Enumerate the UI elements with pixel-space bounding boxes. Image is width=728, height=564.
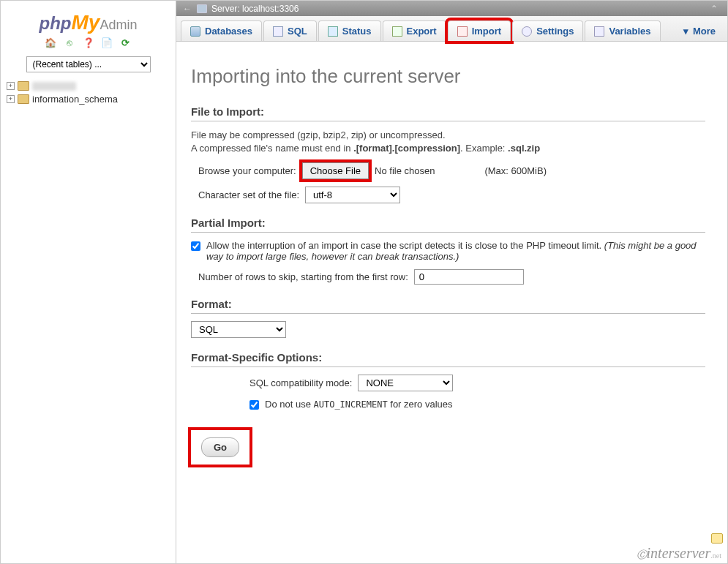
rows-skip-input[interactable]	[414, 269, 524, 285]
tab-label: Settings	[536, 26, 574, 37]
expand-icon[interactable]: +	[7, 95, 15, 103]
server-bar: ← Server: localhost:3306 ⌃	[176, 1, 727, 16]
compat-row: SQL compatibility mode: NONE	[249, 375, 705, 391]
browse-row: Browse your computer: Choose File No fil…	[191, 162, 705, 179]
charset-label: Character set of the file:	[198, 189, 299, 200]
logo-part-admin: Admin	[100, 18, 137, 32]
go-button[interactable]: Go	[201, 437, 239, 457]
tab-label: More	[693, 26, 716, 37]
logo-part-my: My	[72, 11, 100, 34]
import-icon	[457, 26, 468, 37]
database-label-hidden	[32, 82, 76, 91]
hint-bold: .[format].[compression]	[353, 143, 460, 154]
bottom-notes-icon[interactable]	[711, 533, 723, 546]
tab-label: Status	[342, 26, 372, 37]
database-icon	[18, 81, 29, 91]
status-icon	[328, 26, 338, 37]
noauto-label: Do not use AUTO_INCREMENT for zero value…	[265, 399, 453, 410]
section-file-to-import: File to Import:	[191, 105, 705, 121]
tab-label: Import	[472, 26, 501, 37]
tab-label: Databases	[205, 26, 252, 37]
server-icon	[197, 4, 207, 13]
format-select[interactable]: SQL	[191, 321, 286, 338]
watermark: Ⓒinterserver.net	[637, 545, 721, 562]
file-hint: File may be compressed (gzip, bzip2, zip…	[191, 129, 705, 155]
section-format: Format:	[191, 298, 705, 314]
watermark-text: interserver	[647, 545, 711, 561]
tab-status[interactable]: Status	[318, 20, 381, 41]
collapse-icon[interactable]: ⌃	[707, 4, 721, 14]
browse-label: Browse your computer:	[198, 165, 296, 176]
compat-select[interactable]: NONE	[358, 375, 453, 391]
database-icon	[190, 26, 200, 37]
choose-file-button[interactable]: Choose File	[302, 162, 369, 179]
tab-import[interactable]: Import	[448, 20, 511, 41]
rows-skip-row: Number of rows to skip, starting from th…	[191, 269, 705, 285]
sql-icon	[273, 26, 283, 37]
home-icon[interactable]: 🏠	[44, 37, 57, 50]
noauto-text-a: Do not use	[265, 399, 314, 410]
sidebar: phpMyAdmin 🏠 ⎋ ❓ 📄 ⟳ (Recent tables) ...…	[1, 1, 176, 563]
logo-part-php: php	[40, 13, 72, 33]
max-size-label: (Max: 600MiB)	[484, 165, 547, 176]
database-tree: + + information_schema	[7, 80, 170, 106]
noauto-code: AUTO_INCREMENT	[314, 399, 388, 410]
tree-row[interactable]: + information_schema	[7, 92, 170, 106]
allow-interruption-label: Allow the interruption of an import in c…	[206, 240, 705, 262]
variables-icon	[594, 26, 604, 37]
sidebar-quick-icons: 🏠 ⎋ ❓ 📄 ⟳	[7, 37, 170, 50]
query-icon[interactable]: ❓	[82, 37, 95, 50]
format-row: SQL	[191, 321, 705, 338]
server-label: Server: localhost:3306	[211, 4, 299, 14]
tab-bar: Databases SQL Status Export Import Setti…	[176, 16, 727, 42]
go-button-wrapper: Go	[191, 430, 249, 465]
watermark-net: .net	[710, 552, 721, 560]
page-content: Importing into the current server File t…	[176, 42, 727, 479]
no-file-chosen-label: No file chosen	[375, 165, 435, 176]
charset-select[interactable]: utf-8	[305, 187, 400, 203]
settings-icon	[522, 26, 532, 37]
nav-back-icon[interactable]: ←	[182, 4, 192, 14]
phpmyadmin-logo: phpMyAdmin	[7, 11, 170, 34]
tab-settings[interactable]: Settings	[512, 20, 583, 41]
chevron-down-icon: ▾	[683, 26, 688, 37]
recent-tables-select[interactable]: (Recent tables) ...	[26, 56, 151, 72]
tab-label: Export	[407, 26, 437, 37]
allow-interruption-row: Allow the interruption of an import in c…	[191, 240, 705, 262]
tree-row[interactable]: +	[7, 80, 170, 92]
section-partial-import: Partial Import:	[191, 217, 705, 233]
allow-text: Allow the interruption of an import in c…	[206, 240, 604, 251]
sticky-note-icon	[711, 533, 723, 544]
tab-sql[interactable]: SQL	[263, 20, 317, 41]
hint-example: .sql.zip	[508, 143, 540, 154]
logout-icon[interactable]: ⎋	[63, 37, 76, 50]
tab-variables[interactable]: Variables	[585, 20, 660, 41]
tab-label: SQL	[288, 26, 307, 37]
tab-label: Variables	[609, 26, 650, 37]
hint-line1: File may be compressed (gzip, bzip2, zip…	[191, 129, 446, 140]
charset-row: Character set of the file: utf-8	[191, 187, 705, 203]
hint-line2b: . Example:	[460, 143, 508, 154]
noauto-text-b: for zero values	[388, 399, 453, 410]
format-specific-options: SQL compatibility mode: NONE Do not use …	[191, 375, 705, 410]
expand-icon[interactable]: +	[7, 82, 15, 90]
rows-skip-label: Number of rows to skip, starting from th…	[198, 271, 408, 282]
database-icon	[18, 94, 29, 104]
export-icon	[392, 26, 402, 37]
noauto-checkbox[interactable]	[249, 400, 259, 410]
section-format-specific: Format-Specific Options:	[191, 351, 705, 367]
compat-label: SQL compatibility mode:	[249, 377, 352, 388]
hint-line2a: A compressed file's name must end in	[191, 143, 353, 154]
main-panel: ← Server: localhost:3306 ⌃ Databases SQL…	[176, 1, 727, 563]
tab-more[interactable]: ▾ More	[676, 21, 723, 41]
reload-icon[interactable]: ⟳	[119, 37, 132, 50]
page-title: Importing into the current server	[191, 65, 705, 88]
database-label: information_schema	[32, 94, 118, 105]
allow-interruption-checkbox[interactable]	[191, 241, 200, 251]
docs-icon[interactable]: 📄	[100, 37, 113, 50]
tab-export[interactable]: Export	[383, 20, 446, 41]
noauto-row: Do not use AUTO_INCREMENT for zero value…	[249, 399, 705, 410]
tab-databases[interactable]: Databases	[181, 20, 262, 41]
